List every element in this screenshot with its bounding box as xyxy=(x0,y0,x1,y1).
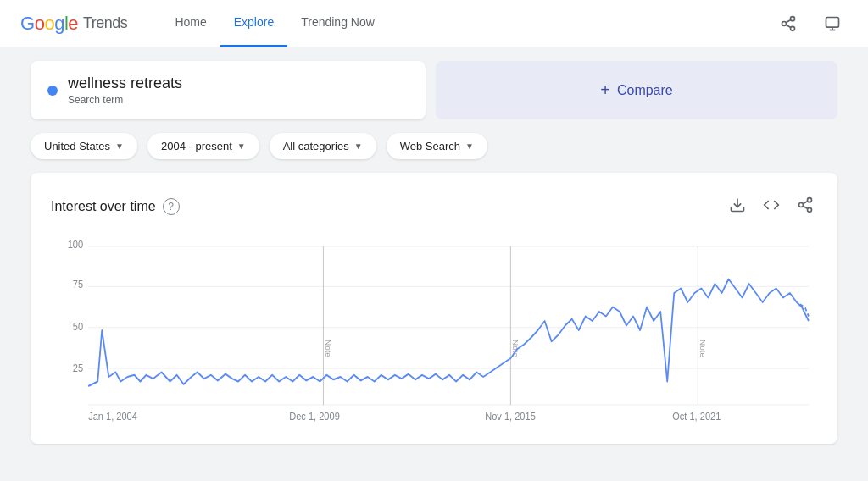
svg-text:50: 50 xyxy=(73,322,83,333)
compare-plus-icon: + xyxy=(600,80,610,100)
logo-trends: Trends xyxy=(83,14,127,32)
logo: Google Trends xyxy=(20,13,127,35)
nav-item-home[interactable]: Home xyxy=(161,0,220,47)
filter-category-label: All categories xyxy=(283,140,349,152)
download-button[interactable] xyxy=(726,193,749,220)
chart-share-button[interactable] xyxy=(793,193,817,220)
svg-point-1 xyxy=(782,21,787,25)
svg-rect-5 xyxy=(826,17,839,27)
filter-category-arrow: ▼ xyxy=(354,141,363,151)
chart-header: Interest over time ? xyxy=(51,193,817,220)
svg-line-12 xyxy=(803,206,808,208)
embed-button[interactable] xyxy=(760,193,783,220)
filter-bar: United States ▼ 2004 - present ▼ All cat… xyxy=(31,133,837,159)
filter-category[interactable]: All categories ▼ xyxy=(270,133,376,159)
search-area: wellness retreats Search term + Compare xyxy=(31,61,837,119)
filter-location-arrow: ▼ xyxy=(115,141,124,151)
filter-search-type-arrow: ▼ xyxy=(465,141,474,151)
svg-text:75: 75 xyxy=(73,279,83,290)
svg-text:Note: Note xyxy=(325,340,333,357)
compare-box[interactable]: + Compare xyxy=(436,61,837,119)
svg-point-0 xyxy=(791,16,795,20)
header-actions xyxy=(773,8,848,39)
svg-text:Nov 1, 2015: Nov 1, 2015 xyxy=(485,411,536,422)
filter-time[interactable]: 2004 - present ▼ xyxy=(147,133,259,159)
nav: Home Explore Trending Now xyxy=(161,0,387,47)
filter-location[interactable]: United States ▼ xyxy=(31,133,137,159)
svg-text:Dec 1, 2009: Dec 1, 2009 xyxy=(289,411,340,422)
nav-item-explore[interactable]: Explore xyxy=(220,0,287,47)
svg-point-11 xyxy=(808,207,812,212)
svg-point-2 xyxy=(791,26,795,30)
search-term: wellness retreats xyxy=(68,75,182,92)
chart-card: Interest over time ? xyxy=(31,173,837,444)
compare-label: Compare xyxy=(617,83,673,98)
svg-line-13 xyxy=(803,201,808,203)
svg-text:Jan 1, 2004: Jan 1, 2004 xyxy=(88,411,137,422)
filter-search-type[interactable]: Web Search ▼ xyxy=(387,133,487,159)
search-box: wellness retreats Search term xyxy=(31,61,426,119)
header: Google Trends Home Explore Trending Now xyxy=(0,0,868,47)
svg-line-3 xyxy=(786,25,791,27)
svg-point-9 xyxy=(808,198,812,202)
svg-text:Oct 1, 2021: Oct 1, 2021 xyxy=(672,411,721,422)
chart-title: Interest over time xyxy=(51,199,156,214)
trend-chart: 100 75 50 25 Note Note Note xyxy=(51,237,817,423)
chart-title-area: Interest over time ? xyxy=(51,198,180,215)
search-type: Search term xyxy=(68,94,182,106)
search-dot xyxy=(47,86,58,96)
filter-time-label: 2004 - present xyxy=(161,140,232,152)
filter-location-label: United States xyxy=(44,140,110,152)
main-content: wellness retreats Search term + Compare … xyxy=(10,47,858,457)
svg-text:Note: Note xyxy=(698,340,707,357)
svg-point-10 xyxy=(799,203,804,207)
filter-search-type-label: Web Search xyxy=(400,140,460,152)
notifications-button[interactable] xyxy=(817,8,848,39)
svg-text:100: 100 xyxy=(68,240,83,251)
help-icon[interactable]: ? xyxy=(163,198,180,215)
svg-text:25: 25 xyxy=(73,363,83,374)
chart-container: 100 75 50 25 Note Note Note xyxy=(51,237,817,423)
nav-item-trending[interactable]: Trending Now xyxy=(287,0,388,47)
chart-actions xyxy=(726,193,817,220)
share-button[interactable] xyxy=(773,8,804,39)
filter-time-arrow: ▼ xyxy=(237,141,246,151)
svg-line-4 xyxy=(786,19,791,22)
logo-google: Google xyxy=(20,13,78,35)
